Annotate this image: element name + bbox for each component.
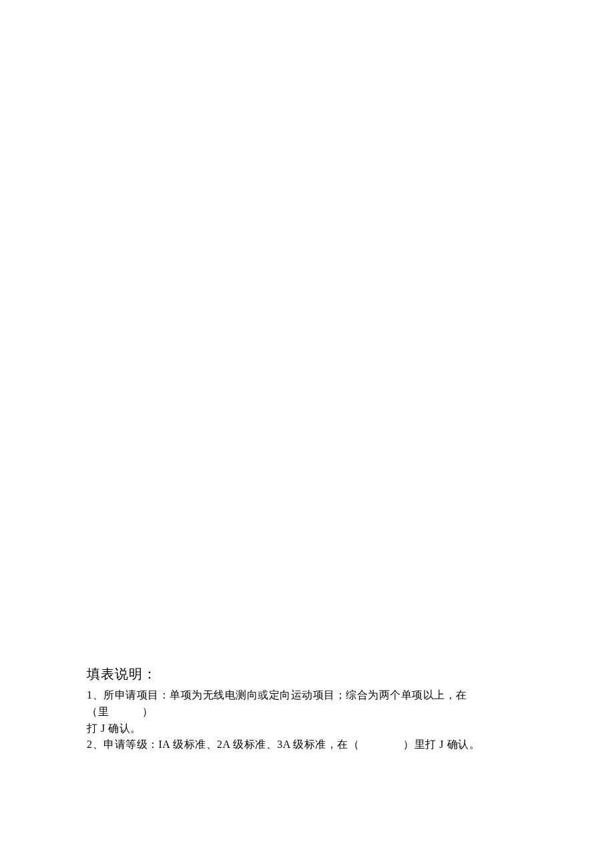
instructions-block: 填表说明： 1、所申请项目：单项为无线电测向或定向运动项目；综合为两个单项以上，…	[87, 663, 527, 753]
document-page: 填表说明： 1、所申请项目：单项为无线电测向或定向运动项目；综合为两个单项以上，…	[0, 0, 614, 868]
instructions-title: 填表说明：	[87, 663, 527, 685]
instruction-item-2: 2、申请等级：IA 级标准、2A 级标准、3A 级标准，在（ ）里打 J 确认。	[87, 737, 527, 753]
instruction-item-1-line-1: 1、所申请项目：单项为无线电测向或定向运动项目；综合为两个单项以上，在（里 ）	[87, 687, 527, 721]
instruction-item-1-line-2: 打 J 确认。	[87, 721, 527, 737]
